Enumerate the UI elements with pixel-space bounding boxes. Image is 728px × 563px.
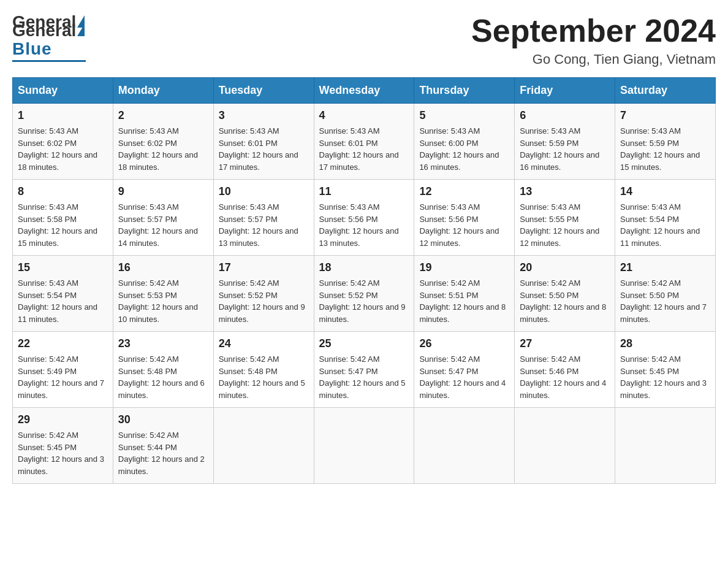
sunset-text: Sunset: 6:00 PM <box>419 137 509 150</box>
calendar-cell: 25Sunrise: 5:42 AMSunset: 5:47 PMDayligh… <box>314 332 414 408</box>
day-number: 10 <box>219 183 309 200</box>
day-number: 23 <box>118 335 208 352</box>
calendar-cell: 6Sunrise: 5:43 AMSunset: 5:59 PMDaylight… <box>515 104 615 180</box>
sunrise-text: Sunrise: 5:42 AM <box>118 429 208 442</box>
sunrise-text: Sunrise: 5:43 AM <box>319 125 409 137</box>
calendar-cell <box>213 408 314 484</box>
sunrise-text: Sunrise: 5:42 AM <box>319 277 409 289</box>
day-number: 3 <box>219 107 309 124</box>
daylight-text: Daylight: 12 hours and 4 minutes. <box>419 377 509 401</box>
sunrise-text: Sunrise: 5:43 AM <box>319 201 409 213</box>
sunrise-text: Sunrise: 5:43 AM <box>620 125 710 137</box>
day-number: 14 <box>620 183 710 200</box>
sunset-text: Sunset: 5:53 PM <box>118 289 208 302</box>
sunrise-text: Sunrise: 5:43 AM <box>620 201 710 213</box>
day-number: 19 <box>419 259 509 276</box>
sunset-text: Sunset: 5:58 PM <box>18 213 108 226</box>
sunrise-text: Sunrise: 5:43 AM <box>520 201 610 213</box>
calendar-cell: 7Sunrise: 5:43 AMSunset: 5:59 PMDaylight… <box>615 104 716 180</box>
calendar-cell: 4Sunrise: 5:43 AMSunset: 6:01 PMDaylight… <box>314 104 414 180</box>
calendar-cell: 3Sunrise: 5:43 AMSunset: 6:01 PMDaylight… <box>213 104 314 180</box>
week-row-2: 8Sunrise: 5:43 AMSunset: 5:58 PMDaylight… <box>13 180 716 256</box>
day-number: 25 <box>319 335 409 352</box>
week-row-4: 22Sunrise: 5:42 AMSunset: 5:49 PMDayligh… <box>13 332 716 408</box>
sunset-text: Sunset: 5:52 PM <box>319 289 409 302</box>
sunset-text: Sunset: 5:50 PM <box>620 289 710 302</box>
logo-blue-text: Blue <box>12 39 52 59</box>
calendar-cell: 17Sunrise: 5:42 AMSunset: 5:52 PMDayligh… <box>213 256 314 332</box>
day-number: 28 <box>620 335 710 352</box>
calendar-cell: 15Sunrise: 5:43 AMSunset: 5:54 PMDayligh… <box>13 256 113 332</box>
day-number: 9 <box>118 183 208 200</box>
week-row-3: 15Sunrise: 5:43 AMSunset: 5:54 PMDayligh… <box>13 256 716 332</box>
calendar-cell: 10Sunrise: 5:43 AMSunset: 5:57 PMDayligh… <box>213 180 314 256</box>
sunrise-text: Sunrise: 5:43 AM <box>219 125 309 137</box>
day-number: 22 <box>18 335 108 352</box>
day-number: 1 <box>18 107 108 124</box>
sunrise-text: Sunrise: 5:42 AM <box>620 277 710 289</box>
day-number: 30 <box>118 412 208 428</box>
sunrise-text: Sunrise: 5:42 AM <box>520 277 610 289</box>
sunrise-text: Sunrise: 5:42 AM <box>419 353 509 366</box>
daylight-text: Daylight: 12 hours and 8 minutes. <box>520 301 610 325</box>
sunset-text: Sunset: 5:52 PM <box>219 289 309 302</box>
sunset-text: Sunset: 6:02 PM <box>18 137 108 150</box>
sunset-text: Sunset: 5:44 PM <box>118 442 208 454</box>
sunrise-text: Sunrise: 5:42 AM <box>520 353 610 366</box>
daylight-text: Daylight: 12 hours and 11 minutes. <box>620 225 710 249</box>
day-number: 21 <box>620 259 710 276</box>
daylight-text: Daylight: 12 hours and 7 minutes. <box>18 377 108 401</box>
calendar-cell: 27Sunrise: 5:42 AMSunset: 5:46 PMDayligh… <box>515 332 615 408</box>
sunrise-text: Sunrise: 5:42 AM <box>219 277 309 289</box>
column-header-saturday: Saturday <box>615 78 716 104</box>
day-number: 13 <box>520 183 610 200</box>
daylight-text: Daylight: 12 hours and 9 minutes. <box>219 301 309 325</box>
sunset-text: Sunset: 5:56 PM <box>419 213 509 226</box>
sunrise-text: Sunrise: 5:42 AM <box>319 353 409 366</box>
daylight-text: Daylight: 12 hours and 8 minutes. <box>419 301 509 325</box>
column-header-wednesday: Wednesday <box>314 78 414 104</box>
sunrise-text: Sunrise: 5:42 AM <box>118 277 208 289</box>
daylight-text: Daylight: 12 hours and 13 minutes. <box>219 225 309 249</box>
daylight-text: Daylight: 12 hours and 16 minutes. <box>520 149 610 173</box>
sunrise-text: Sunrise: 5:43 AM <box>118 201 208 213</box>
calendar-cell: 14Sunrise: 5:43 AMSunset: 5:54 PMDayligh… <box>615 180 716 256</box>
calendar-cell: 1Sunrise: 5:43 AMSunset: 6:02 PMDaylight… <box>13 104 113 180</box>
calendar-cell: 29Sunrise: 5:42 AMSunset: 5:45 PMDayligh… <box>13 408 113 484</box>
daylight-text: Daylight: 12 hours and 9 minutes. <box>319 301 409 325</box>
daylight-text: Daylight: 12 hours and 7 minutes. <box>620 301 710 325</box>
sunset-text: Sunset: 5:48 PM <box>219 366 309 378</box>
sunset-text: Sunset: 6:01 PM <box>219 137 309 150</box>
logo: General General Blue <box>12 12 86 62</box>
sunset-text: Sunset: 5:48 PM <box>118 366 208 378</box>
calendar-cell: 13Sunrise: 5:43 AMSunset: 5:55 PMDayligh… <box>515 180 615 256</box>
day-number: 20 <box>520 259 610 276</box>
column-header-sunday: Sunday <box>13 78 113 104</box>
day-number: 11 <box>319 183 409 200</box>
sunrise-text: Sunrise: 5:42 AM <box>620 353 710 366</box>
sunset-text: Sunset: 5:57 PM <box>118 213 208 226</box>
sunset-text: Sunset: 5:50 PM <box>520 289 610 302</box>
sunset-text: Sunset: 6:02 PM <box>118 137 208 150</box>
sunrise-text: Sunrise: 5:43 AM <box>520 125 610 137</box>
sunset-text: Sunset: 5:59 PM <box>620 137 710 150</box>
daylight-text: Daylight: 12 hours and 3 minutes. <box>620 377 710 401</box>
sunrise-text: Sunrise: 5:43 AM <box>118 125 208 137</box>
sunset-text: Sunset: 6:01 PM <box>319 137 409 150</box>
daylight-text: Daylight: 12 hours and 12 minutes. <box>520 225 610 249</box>
sunset-text: Sunset: 5:59 PM <box>520 137 610 150</box>
day-number: 26 <box>419 335 509 352</box>
sunset-text: Sunset: 5:47 PM <box>319 366 409 378</box>
day-number: 15 <box>18 259 108 276</box>
daylight-text: Daylight: 12 hours and 17 minutes. <box>319 149 409 173</box>
logo-arrow-icon <box>77 24 85 36</box>
sunrise-text: Sunrise: 5:42 AM <box>18 353 108 366</box>
day-number: 24 <box>219 335 309 352</box>
day-number: 18 <box>319 259 409 276</box>
sunset-text: Sunset: 5:51 PM <box>419 289 509 302</box>
calendar-cell <box>414 408 515 484</box>
daylight-text: Daylight: 12 hours and 16 minutes. <box>419 149 509 173</box>
week-row-5: 29Sunrise: 5:42 AMSunset: 5:45 PMDayligh… <box>13 408 716 484</box>
day-number: 16 <box>118 259 208 276</box>
day-number: 2 <box>118 107 208 124</box>
